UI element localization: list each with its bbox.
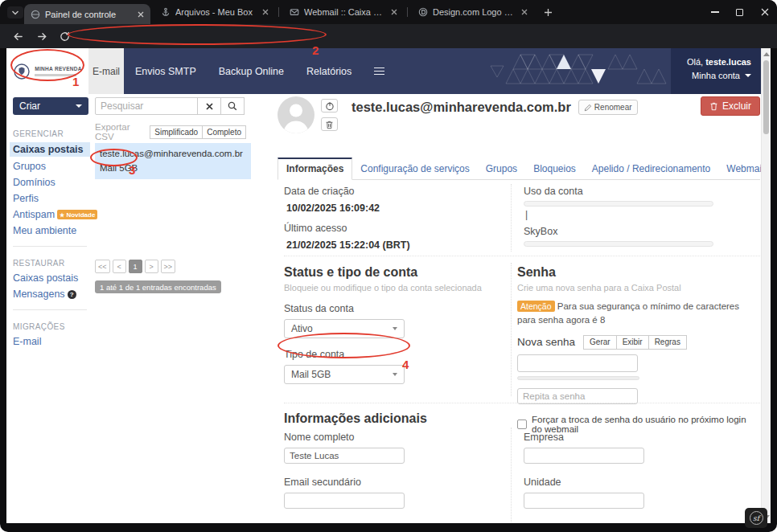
pagination-page-1[interactable]: 1 bbox=[129, 260, 142, 273]
tab-separator bbox=[407, 7, 408, 17]
export-complete-button[interactable]: Completo bbox=[202, 125, 246, 139]
password-rules-button[interactable]: Regras bbox=[648, 335, 687, 350]
tab-grupos[interactable]: Grupos bbox=[478, 159, 525, 179]
browser-tab-design[interactable]: Design.com Logo Maker - Chec bbox=[412, 0, 534, 24]
browser-toolbar: https://painel.minharevenda.com.br/mail/… bbox=[0, 24, 777, 48]
tab-apelido-redirecionamento[interactable]: Apelido / Redirecionamento bbox=[584, 159, 718, 179]
fullname-input[interactable] bbox=[284, 448, 405, 464]
export-simplified-button[interactable]: Simplificado bbox=[150, 125, 203, 139]
close-tab-icon[interactable] bbox=[138, 11, 144, 18]
sidebar-item-restaurar-caixas[interactable]: Caixas postais bbox=[13, 272, 93, 284]
delete-button[interactable]: Excluir bbox=[701, 96, 760, 116]
suspend-account-button[interactable] bbox=[321, 99, 338, 113]
unit-label: Unidade bbox=[524, 477, 644, 488]
nav-tab-backup-online[interactable]: Backup Online bbox=[208, 66, 295, 77]
brand-tagline-decoration bbox=[35, 74, 76, 76]
additional-info-heading-wrap: Informações adicionais bbox=[284, 411, 427, 426]
sidebar-item-perfis[interactable]: Perfis bbox=[13, 192, 93, 205]
nav-tab-email[interactable]: E-mail bbox=[88, 48, 124, 94]
sidebar-header-migracoes: MIGRAÇÕES bbox=[13, 322, 93, 332]
tab-configuracao-servicos[interactable]: Configuração de serviços bbox=[352, 159, 477, 179]
browser-tab-painel[interactable]: Painel de controle bbox=[24, 4, 150, 24]
tab-title: Painel de controle bbox=[45, 10, 133, 19]
close-window-button[interactable] bbox=[752, 0, 777, 24]
search-button[interactable] bbox=[220, 97, 245, 115]
pagination-next[interactable]: > bbox=[145, 260, 158, 273]
secondary-email-input[interactable] bbox=[284, 493, 405, 509]
new-tab-button[interactable] bbox=[542, 6, 554, 18]
sidebar-item-meu-ambiente[interactable]: Meu ambiente bbox=[13, 224, 93, 237]
nav-menu-button[interactable] bbox=[363, 68, 396, 76]
rename-button[interactable]: Renomear bbox=[578, 100, 638, 115]
trash-icon bbox=[709, 101, 718, 111]
additional-info-left: Nome completo Email secundário Celular bbox=[284, 432, 405, 523]
clear-search-button[interactable] bbox=[197, 97, 221, 115]
maximize-icon bbox=[736, 9, 743, 16]
nav-tab-envios-smtp[interactable]: Envios SMTP bbox=[124, 66, 208, 77]
minimize-button[interactable] bbox=[702, 0, 727, 24]
tab-informacoes[interactable]: Informações bbox=[278, 158, 352, 180]
browser-window: Painel de controle Arquivos - Meu Box We… bbox=[0, 0, 777, 532]
favicon-design-icon bbox=[418, 7, 428, 17]
skybox-label: SkyBox bbox=[524, 226, 713, 237]
pagination-last[interactable]: >> bbox=[161, 260, 176, 273]
new-password-input[interactable] bbox=[517, 354, 638, 372]
usage-mark: | bbox=[525, 209, 713, 220]
nav-tab-relatorios[interactable]: Relatórios bbox=[295, 66, 363, 77]
account-type-select[interactable]: Mail 5GB bbox=[284, 365, 405, 384]
brand-emblem-icon bbox=[13, 63, 31, 80]
minimize-icon bbox=[711, 11, 719, 13]
annotation-number-1: 1 bbox=[72, 75, 79, 88]
sidebar-item-migracao-email[interactable]: E-mail bbox=[13, 335, 93, 348]
mailbox-list-item[interactable]: teste.lucas@minharevenda.com.br Mail 5GB bbox=[95, 143, 251, 179]
scrollbar-thumb[interactable] bbox=[763, 60, 769, 134]
close-tab-icon[interactable] bbox=[391, 9, 397, 15]
sidebar-item-antispam[interactable]: Antispam Novidade bbox=[13, 208, 93, 221]
app-top-nav: MINHA REVENDA E-mail Envios SMTP Backup … bbox=[6, 48, 771, 94]
star-icon bbox=[60, 211, 64, 219]
create-button[interactable]: Criar bbox=[13, 97, 88, 115]
browser-tab-arquivos[interactable]: Arquivos - Meu Box bbox=[154, 0, 275, 24]
scroll-up-arrow[interactable] bbox=[763, 52, 770, 56]
close-tab-icon[interactable] bbox=[262, 9, 269, 15]
account-status-value: Ativo bbox=[291, 323, 313, 334]
last-access-label: Último acesso bbox=[284, 223, 410, 234]
show-password-button[interactable]: Exibir bbox=[616, 335, 649, 350]
plus-icon bbox=[544, 8, 553, 17]
pagination-first[interactable]: << bbox=[95, 260, 110, 273]
delete-account-icon-button[interactable] bbox=[321, 117, 338, 131]
repeat-password-input[interactable] bbox=[517, 388, 638, 404]
support-widget[interactable]: sf bbox=[745, 508, 767, 528]
maximize-button[interactable] bbox=[727, 0, 752, 24]
tab-bloqueios[interactable]: Bloqueios bbox=[525, 159, 584, 179]
sidebar-item-caixas-postais[interactable]: Caixas postais bbox=[10, 142, 90, 157]
sidebar-item-mensagens[interactable]: Mensagens ? bbox=[13, 288, 93, 301]
forward-button[interactable] bbox=[35, 30, 48, 43]
sidebar-item-dominios[interactable]: Domínios bbox=[13, 176, 93, 189]
tab-title: Arquivos - Meu Box bbox=[175, 7, 257, 17]
force-change-label: Forçar a troca de senha do usuário no pr… bbox=[532, 415, 758, 434]
force-change-checkbox[interactable] bbox=[517, 419, 527, 429]
unit-input[interactable] bbox=[524, 493, 644, 509]
sidebar-item-grupos[interactable]: Grupos bbox=[13, 160, 93, 173]
usage-progress-bar bbox=[524, 201, 713, 207]
reload-icon bbox=[59, 31, 71, 43]
new-password-label: Nova senha bbox=[517, 336, 575, 348]
pagination-prev[interactable]: < bbox=[113, 260, 126, 273]
back-button[interactable] bbox=[11, 30, 24, 43]
account-status-select[interactable]: Ativo bbox=[284, 319, 405, 338]
back-arrow-icon bbox=[12, 31, 24, 43]
annotation-number-2: 2 bbox=[312, 43, 319, 57]
search-input[interactable] bbox=[95, 97, 198, 115]
tab-search-button[interactable] bbox=[7, 6, 23, 18]
annotation-number-4: 4 bbox=[402, 358, 409, 371]
fullname-label: Nome completo bbox=[284, 432, 405, 443]
browser-tab-webmail[interactable]: Webmail :: Caixa de entrada bbox=[283, 0, 404, 24]
page-scrollbar[interactable] bbox=[761, 48, 771, 523]
reload-button[interactable] bbox=[58, 30, 71, 43]
my-account-menu[interactable]: Minha conta bbox=[671, 71, 751, 80]
generate-password-button[interactable]: Gerar bbox=[583, 335, 617, 350]
close-tab-icon[interactable] bbox=[521, 9, 528, 15]
company-input[interactable] bbox=[524, 448, 644, 464]
greeting-prefix: Olá, bbox=[687, 57, 703, 67]
